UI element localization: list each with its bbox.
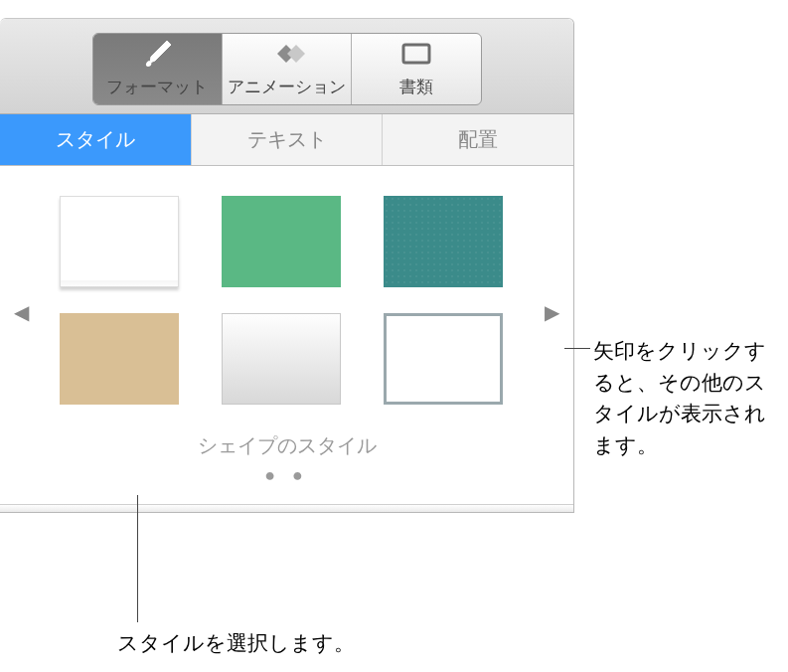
inspector-panel: フォーマット アニメーション 書類 [0,18,574,513]
style-swatch-outline[interactable] [384,313,503,405]
segmented-control: フォーマット アニメーション 書類 [92,33,482,105]
style-swatch-teal-texture[interactable] [384,196,503,287]
callout-right: 矢印をクリックすると、その他のスタイルが表示されます。 [593,335,777,460]
svg-rect-0 [403,45,429,63]
callout-bottom: スタイルを選択します。 [117,629,355,657]
callout-line-right [564,348,590,349]
styles-next-arrow[interactable]: ▶ [545,300,559,324]
style-swatch-green[interactable] [222,196,341,287]
document-tab-button[interactable]: 書類 [352,34,481,104]
tab-text[interactable]: テキスト [192,114,384,165]
style-swatch-white-shadow[interactable] [60,196,179,287]
callout-line-bottom [137,495,138,622]
toolbar: フォーマット アニメーション 書類 [0,19,573,114]
style-swatch-tan[interactable] [60,313,179,405]
footer-bar [0,504,573,512]
format-tab-button[interactable]: フォーマット [93,34,223,104]
page-indicator: ● ● [40,465,534,486]
animation-tab-button[interactable]: アニメーション [223,34,352,104]
format-tab-label: フォーマット [93,74,222,104]
style-grid [40,196,534,405]
subtab-bar: スタイル テキスト 配置 [0,114,573,166]
tab-arrange[interactable]: 配置 [383,114,573,165]
styles-caption: シェイプのスタイル [40,432,534,459]
diamond-icon [223,34,351,74]
style-swatch-gradient[interactable] [222,313,341,405]
brush-icon [93,34,222,74]
styles-area: ◀ ▶ シェイプのスタイル ● ● [0,166,573,504]
styles-prev-arrow[interactable]: ◀ [14,300,29,324]
animation-tab-label: アニメーション [223,74,351,104]
document-tab-label: 書類 [352,74,481,104]
document-icon [352,34,481,74]
tab-style[interactable]: スタイル [0,114,192,165]
